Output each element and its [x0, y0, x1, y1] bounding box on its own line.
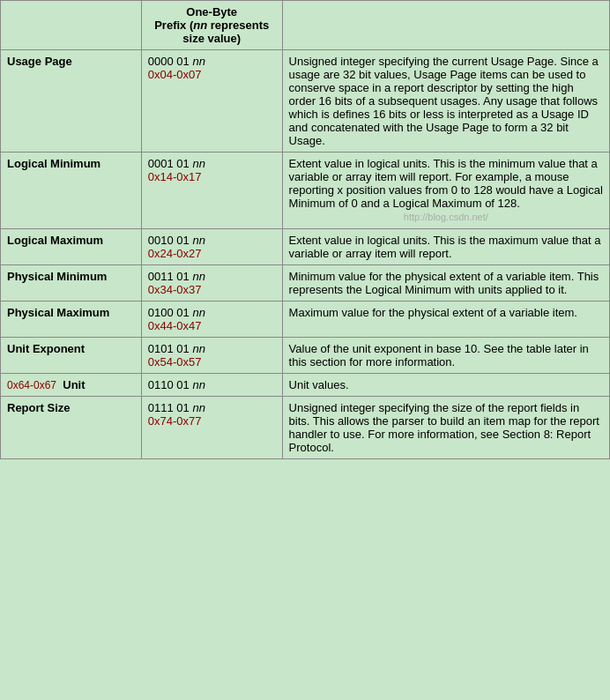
tag-label: Physical Maximum [7, 306, 109, 319]
desc-cell: Extent value in logical units. This is t… [282, 229, 609, 265]
prefix-cell: 0000 01 nn 0x04-0x07 [141, 50, 282, 153]
tag-cell: Usage Page [1, 50, 142, 153]
watermark: http://blog.csdn.net/ [289, 210, 603, 224]
desc-cell: Minimum value for the physical extent of… [282, 265, 609, 302]
tag-label: Logical Maximum [7, 234, 103, 247]
prefix-hex: 0x54-0x57 [148, 355, 202, 369]
tag-cell: Physical Maximum [1, 302, 142, 338]
desc-cell: Unsigned integer specifying the current … [282, 50, 609, 153]
desc-cell: Unit values. [282, 374, 609, 397]
desc-cell: Unsigned integer specifying the size of … [282, 397, 609, 459]
prefix-bin: 0001 01 nn [148, 157, 205, 170]
tag-label: Report Size [7, 401, 71, 414]
prefix-hex: 0x04-0x07 [148, 68, 202, 81]
tag-label: Unit Exponent [7, 342, 85, 355]
tag-label: Physical Minimum [7, 270, 107, 283]
prefix-hex: 0x24-0x27 [148, 247, 202, 260]
prefix-bin: 0101 01 nn [148, 342, 205, 355]
tag-label: Logical Minimum [7, 157, 100, 170]
prefix-bin: 0000 01 nn [148, 55, 205, 68]
prefix-hex: 0x14-0x17 [148, 170, 202, 183]
header-global-item-tag [1, 1, 142, 50]
tag-cell: Report Size [1, 397, 142, 459]
prefix-bin: 0011 01 nn [148, 270, 205, 283]
prefix-bin: 0100 01 nn [148, 306, 205, 319]
prefix-hex: 0x44-0x47 [148, 319, 202, 332]
desc-cell: Maximum value for the physical extent of… [282, 302, 609, 338]
prefix-bin: 0111 01 nn [148, 401, 205, 414]
header-description [282, 1, 609, 50]
desc-cell: Extent value in logical units. This is t… [282, 153, 609, 229]
prefix-cell: 0001 01 nn 0x14-0x17 [141, 153, 282, 229]
prefix-hex: 0x34-0x37 [148, 283, 202, 296]
tag-cell: Physical Minimum [1, 265, 142, 302]
tag-cell: Unit Exponent [1, 338, 142, 374]
tag-cell: 0x64-0x67 Unit [1, 374, 142, 397]
header-prefix: One-BytePrefix (nn representssize value) [141, 1, 282, 50]
prefix-bin: 0010 01 nn [148, 234, 205, 247]
unit-hex-inline: 0x64-0x67 [7, 379, 56, 391]
prefix-cell: 0011 01 nn 0x34-0x37 [141, 265, 282, 302]
prefix-bin: 0110 01 nn [148, 378, 205, 391]
prefix-hex: 0x74-0x77 [148, 414, 202, 428]
tag-label: Usage Page [7, 55, 72, 68]
prefix-cell: 0111 01 nn 0x74-0x77 [141, 397, 282, 459]
prefix-cell: 0010 01 nn 0x24-0x27 [141, 229, 282, 265]
tag-cell: Logical Maximum [1, 229, 142, 265]
tag-label: Unit [63, 378, 85, 391]
prefix-cell: 0101 01 nn 0x54-0x57 [141, 338, 282, 374]
tag-cell: Logical Minimum [1, 153, 142, 229]
prefix-cell: 0100 01 nn 0x44-0x47 [141, 302, 282, 338]
prefix-cell: 0110 01 nn [141, 374, 282, 397]
desc-cell: Value of the unit exponent in base 10. S… [282, 338, 609, 374]
